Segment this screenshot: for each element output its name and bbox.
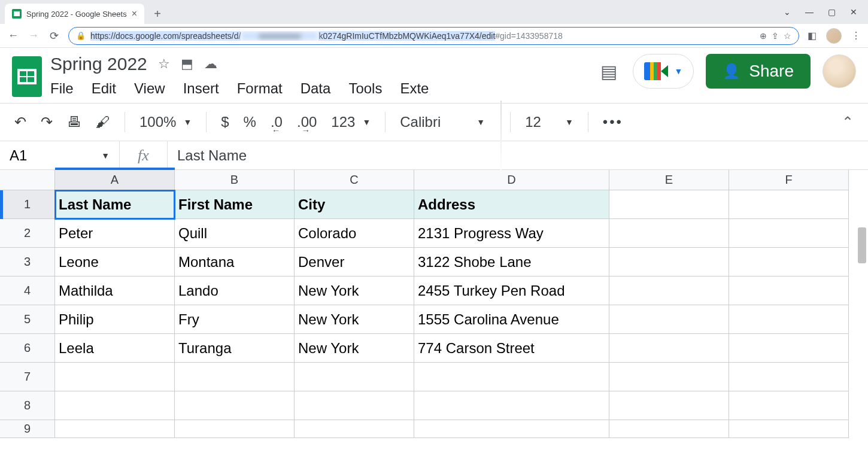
browser-tab[interactable]: Spring 2022 - Google Sheets × (5, 4, 144, 24)
more-formats-dropdown[interactable]: 123▼ (331, 114, 371, 130)
cell[interactable]: Leone (55, 248, 175, 276)
menu-edit[interactable]: Edit (92, 80, 116, 97)
comments-icon[interactable]: ▤ (597, 59, 621, 83)
column-header[interactable]: C (295, 170, 414, 190)
vertical-scrollbar[interactable] (858, 227, 866, 263)
account-avatar[interactable] (823, 54, 856, 88)
lock-icon[interactable]: 🔒 (76, 31, 86, 40)
cell[interactable]: Fry (175, 305, 295, 334)
zoom-indicator-icon[interactable]: ⊕ (760, 31, 767, 41)
cell[interactable]: Quill (175, 219, 295, 248)
cell[interactable] (609, 248, 729, 276)
row-header[interactable]: 9 (0, 420, 55, 438)
cell[interactable] (414, 391, 609, 420)
cell[interactable] (55, 363, 175, 391)
cell[interactable]: Mathilda (55, 276, 175, 305)
sheets-logo-icon[interactable] (12, 56, 42, 97)
cell[interactable]: 2455 Turkey Pen Road (414, 276, 609, 305)
cell[interactable]: First Name (175, 190, 295, 219)
bookmark-star-icon[interactable]: ☆ (784, 31, 791, 41)
decrease-decimal-button[interactable]: .0← (271, 114, 283, 130)
cell[interactable]: Philip (55, 305, 175, 334)
share-button[interactable]: 👤 Share (706, 54, 811, 89)
font-size-dropdown[interactable]: 12▼ (525, 114, 573, 130)
cell[interactable]: 3122 Shobe Lane (414, 248, 609, 276)
row-header[interactable]: 3 (0, 248, 55, 276)
menu-file[interactable]: File (50, 80, 74, 97)
menu-data[interactable]: Data (301, 80, 331, 97)
cell[interactable]: 2131 Progress Way (414, 219, 609, 248)
reload-button[interactable]: ⟳ (48, 29, 60, 42)
row-header[interactable]: 2 (0, 219, 55, 248)
cell[interactable]: 774 Carson Street (414, 334, 609, 363)
row-header[interactable]: 4 (0, 276, 55, 305)
cell[interactable] (609, 219, 729, 248)
row-header[interactable]: 5 (0, 305, 55, 334)
cell[interactable] (175, 363, 295, 391)
column-header[interactable]: D (414, 170, 609, 190)
collapse-toolbar-icon[interactable]: ⌃ (842, 114, 854, 130)
cell[interactable] (729, 334, 849, 363)
cell[interactable] (729, 391, 849, 420)
row-header[interactable]: 1 (0, 190, 55, 219)
cell[interactable] (729, 248, 849, 276)
forward-button[interactable]: → (28, 29, 40, 42)
cell[interactable] (609, 276, 729, 305)
kebab-menu-icon[interactable]: ⋮ (851, 30, 861, 41)
close-window-icon[interactable]: ✕ (850, 7, 857, 17)
cell[interactable] (295, 420, 414, 438)
cell[interactable]: Peter (55, 219, 175, 248)
cell[interactable]: City (295, 190, 414, 219)
select-all-corner[interactable] (0, 170, 55, 190)
cell[interactable]: Turanga (175, 334, 295, 363)
menu-format[interactable]: Format (237, 80, 283, 97)
profile-avatar-icon[interactable] (826, 28, 842, 44)
increase-decimal-button[interactable]: .00→ (297, 114, 317, 130)
cell[interactable]: Lando (175, 276, 295, 305)
print-button[interactable]: 🖶 (67, 114, 81, 130)
cell[interactable]: New York (295, 334, 414, 363)
format-currency-button[interactable]: $ (221, 114, 229, 130)
cell[interactable] (729, 190, 849, 219)
font-dropdown[interactable]: Calibri▼ (400, 114, 496, 130)
paint-format-button[interactable]: 🖌 (96, 114, 110, 130)
cell[interactable] (295, 391, 414, 420)
more-toolbar-icon[interactable]: ••• (603, 114, 623, 130)
cell[interactable]: Denver (295, 248, 414, 276)
cell[interactable]: Montana (175, 248, 295, 276)
undo-button[interactable]: ↶ (14, 114, 26, 130)
formula-input[interactable]: Last Name (168, 147, 868, 164)
share-url-icon[interactable]: ⇪ (772, 31, 779, 41)
column-header[interactable]: E (609, 170, 729, 190)
menu-view[interactable]: View (134, 80, 165, 97)
cell[interactable] (729, 420, 849, 438)
row-header[interactable]: 8 (0, 391, 55, 420)
star-icon[interactable]: ☆ (158, 56, 170, 72)
cell[interactable]: New York (295, 276, 414, 305)
cell[interactable] (729, 305, 849, 334)
cell[interactable] (609, 305, 729, 334)
maximize-icon[interactable]: ▢ (828, 7, 836, 17)
tab-close-icon[interactable]: × (132, 8, 137, 19)
cell[interactable] (609, 190, 729, 219)
new-tab-button[interactable]: + (149, 5, 166, 22)
chevron-down-icon[interactable]: ⌄ (784, 7, 791, 17)
cell[interactable]: 1555 Carolina Avenue (414, 305, 609, 334)
column-header[interactable]: F (729, 170, 849, 190)
menu-tools[interactable]: Tools (348, 80, 382, 97)
minimize-icon[interactable]: — (805, 7, 814, 17)
row-header[interactable]: 7 (0, 363, 55, 391)
cell[interactable] (414, 363, 609, 391)
back-button[interactable]: ← (7, 29, 19, 42)
menu-extensions[interactable]: Exte (400, 80, 429, 97)
cell[interactable] (175, 420, 295, 438)
cell[interactable]: Colorado (295, 219, 414, 248)
menu-insert[interactable]: Insert (183, 80, 219, 97)
address-bar[interactable]: 🔒 https://docs.google.com/spreadsheets/d… (68, 27, 799, 45)
name-box[interactable]: A1 ▼ (0, 141, 120, 169)
column-header[interactable]: B (175, 170, 295, 190)
cell[interactable] (729, 363, 849, 391)
cell[interactable]: Leela (55, 334, 175, 363)
cell[interactable] (55, 391, 175, 420)
format-percent-button[interactable]: % (244, 114, 256, 130)
